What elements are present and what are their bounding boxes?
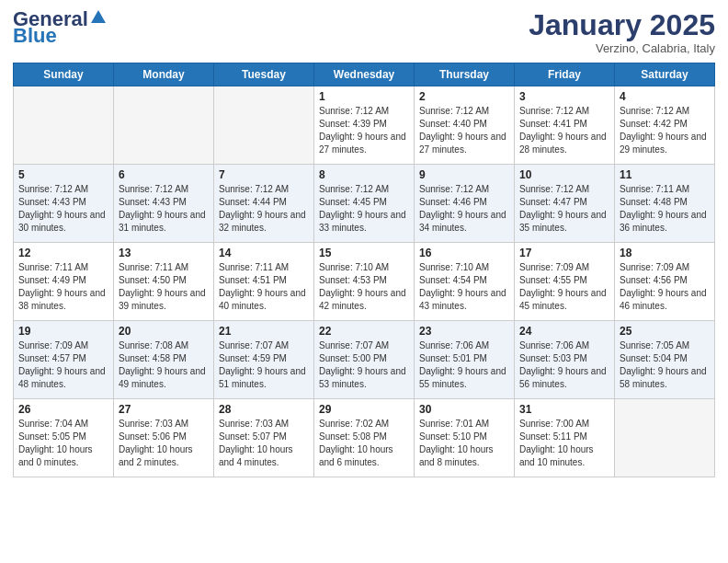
table-row: 17Sunrise: 7:09 AM Sunset: 4:55 PM Dayli…	[515, 243, 615, 321]
day-number: 8	[319, 168, 409, 181]
table-row: 18Sunrise: 7:09 AM Sunset: 4:56 PM Dayli…	[615, 243, 715, 321]
day-info: Sunrise: 7:12 AM Sunset: 4:40 PM Dayligh…	[419, 105, 509, 156]
table-row: 30Sunrise: 7:01 AM Sunset: 5:10 PM Dayli…	[415, 399, 515, 477]
table-row	[14, 86, 114, 165]
day-number: 4	[620, 90, 710, 103]
col-tuesday: Tuesday	[214, 63, 314, 86]
table-row: 15Sunrise: 7:10 AM Sunset: 4:53 PM Dayli…	[314, 243, 415, 321]
location-subtitle: Verzino, Calabria, Italy	[529, 41, 715, 55]
table-row: 11Sunrise: 7:11 AM Sunset: 4:48 PM Dayli…	[615, 165, 715, 243]
day-info: Sunrise: 7:12 AM Sunset: 4:45 PM Dayligh…	[319, 183, 409, 235]
day-info: Sunrise: 7:11 AM Sunset: 4:49 PM Dayligh…	[18, 261, 108, 313]
day-number: 13	[119, 247, 209, 259]
day-info: Sunrise: 7:07 AM Sunset: 5:00 PM Dayligh…	[319, 339, 409, 391]
day-number: 29	[319, 403, 409, 416]
day-info: Sunrise: 7:09 AM Sunset: 4:56 PM Dayligh…	[620, 261, 710, 313]
day-info: Sunrise: 7:12 AM Sunset: 4:44 PM Dayligh…	[219, 183, 309, 235]
day-number: 2	[419, 90, 509, 103]
calendar-week-row: 1Sunrise: 7:12 AM Sunset: 4:39 PM Daylig…	[14, 86, 715, 165]
day-info: Sunrise: 7:06 AM Sunset: 5:03 PM Dayligh…	[519, 339, 609, 391]
day-info: Sunrise: 7:11 AM Sunset: 4:50 PM Dayligh…	[119, 261, 209, 313]
day-number: 24	[519, 325, 609, 338]
day-info: Sunrise: 7:07 AM Sunset: 4:59 PM Dayligh…	[219, 339, 309, 391]
day-info: Sunrise: 7:12 AM Sunset: 4:41 PM Dayligh…	[519, 105, 609, 156]
day-number: 15	[319, 247, 409, 259]
day-info: Sunrise: 7:10 AM Sunset: 4:53 PM Dayligh…	[319, 261, 409, 313]
table-row: 8Sunrise: 7:12 AM Sunset: 4:45 PM Daylig…	[314, 165, 415, 243]
day-number: 14	[219, 247, 309, 259]
table-row: 7Sunrise: 7:12 AM Sunset: 4:44 PM Daylig…	[214, 165, 314, 243]
calendar-week-row: 12Sunrise: 7:11 AM Sunset: 4:49 PM Dayli…	[14, 243, 715, 321]
table-row: 12Sunrise: 7:11 AM Sunset: 4:49 PM Dayli…	[14, 243, 114, 321]
table-row: 21Sunrise: 7:07 AM Sunset: 4:59 PM Dayli…	[214, 321, 314, 399]
day-number: 26	[18, 403, 108, 416]
table-row: 28Sunrise: 7:03 AM Sunset: 5:07 PM Dayli…	[214, 399, 314, 477]
table-row: 24Sunrise: 7:06 AM Sunset: 5:03 PM Dayli…	[515, 321, 615, 399]
day-number: 22	[319, 325, 409, 338]
table-row: 29Sunrise: 7:02 AM Sunset: 5:08 PM Dayli…	[314, 399, 415, 477]
calendar-week-row: 5Sunrise: 7:12 AM Sunset: 4:43 PM Daylig…	[14, 165, 715, 243]
day-number: 20	[119, 325, 209, 338]
table-row: 19Sunrise: 7:09 AM Sunset: 4:57 PM Dayli…	[14, 321, 114, 399]
day-info: Sunrise: 7:12 AM Sunset: 4:42 PM Dayligh…	[620, 105, 710, 156]
day-info: Sunrise: 7:03 AM Sunset: 5:07 PM Dayligh…	[219, 418, 309, 469]
day-number: 30	[419, 403, 509, 416]
day-info: Sunrise: 7:09 AM Sunset: 4:55 PM Dayligh…	[519, 261, 609, 313]
col-monday: Monday	[114, 63, 214, 86]
day-info: Sunrise: 7:03 AM Sunset: 5:06 PM Dayligh…	[119, 418, 209, 469]
table-row: 6Sunrise: 7:12 AM Sunset: 4:43 PM Daylig…	[114, 165, 214, 243]
header: General Blue January 2025 Verzino, Calab…	[13, 9, 715, 55]
day-number: 3	[519, 90, 609, 103]
day-number: 23	[419, 325, 509, 338]
table-row: 2Sunrise: 7:12 AM Sunset: 4:40 PM Daylig…	[415, 86, 515, 165]
day-info: Sunrise: 7:02 AM Sunset: 5:08 PM Dayligh…	[319, 418, 409, 469]
day-number: 17	[519, 247, 609, 259]
day-info: Sunrise: 7:04 AM Sunset: 5:05 PM Dayligh…	[18, 418, 108, 469]
table-row: 9Sunrise: 7:12 AM Sunset: 4:46 PM Daylig…	[415, 165, 515, 243]
col-wednesday: Wednesday	[314, 63, 415, 86]
day-number: 5	[18, 168, 108, 181]
table-row: 14Sunrise: 7:11 AM Sunset: 4:51 PM Dayli…	[214, 243, 314, 321]
col-sunday: Sunday	[14, 63, 114, 86]
day-number: 6	[119, 168, 209, 181]
table-row	[214, 86, 314, 165]
table-row: 20Sunrise: 7:08 AM Sunset: 4:58 PM Dayli…	[114, 321, 214, 399]
day-number: 27	[119, 403, 209, 416]
calendar-week-row: 26Sunrise: 7:04 AM Sunset: 5:05 PM Dayli…	[14, 399, 715, 477]
day-info: Sunrise: 7:12 AM Sunset: 4:47 PM Dayligh…	[519, 183, 609, 235]
table-row	[114, 86, 214, 165]
day-number: 28	[219, 403, 309, 416]
table-row: 31Sunrise: 7:00 AM Sunset: 5:11 PM Dayli…	[515, 399, 615, 477]
month-title: January 2025	[529, 9, 715, 41]
calendar-week-row: 19Sunrise: 7:09 AM Sunset: 4:57 PM Dayli…	[14, 321, 715, 399]
day-info: Sunrise: 7:01 AM Sunset: 5:10 PM Dayligh…	[419, 418, 509, 469]
day-number: 31	[519, 403, 609, 416]
day-number: 16	[419, 247, 509, 259]
day-info: Sunrise: 7:05 AM Sunset: 5:04 PM Dayligh…	[620, 339, 710, 391]
table-row: 22Sunrise: 7:07 AM Sunset: 5:00 PM Dayli…	[314, 321, 415, 399]
table-row	[615, 399, 715, 477]
day-info: Sunrise: 7:11 AM Sunset: 4:48 PM Dayligh…	[620, 183, 710, 235]
table-row: 16Sunrise: 7:10 AM Sunset: 4:54 PM Dayli…	[415, 243, 515, 321]
day-number: 21	[219, 325, 309, 338]
day-number: 7	[219, 168, 309, 181]
day-number: 18	[620, 247, 710, 259]
calendar-header-row: Sunday Monday Tuesday Wednesday Thursday…	[14, 63, 715, 86]
page-container: General Blue January 2025 Verzino, Calab…	[0, 0, 728, 485]
day-number: 19	[18, 325, 108, 338]
day-info: Sunrise: 7:06 AM Sunset: 5:01 PM Dayligh…	[419, 339, 509, 391]
day-number: 12	[18, 247, 108, 259]
day-number: 11	[620, 168, 710, 181]
day-info: Sunrise: 7:12 AM Sunset: 4:43 PM Dayligh…	[119, 183, 209, 235]
day-number: 10	[519, 168, 609, 181]
day-info: Sunrise: 7:12 AM Sunset: 4:43 PM Dayligh…	[18, 183, 108, 235]
logo: General Blue	[13, 9, 108, 46]
day-info: Sunrise: 7:00 AM Sunset: 5:11 PM Dayligh…	[519, 418, 609, 469]
table-row: 23Sunrise: 7:06 AM Sunset: 5:01 PM Dayli…	[415, 321, 515, 399]
day-info: Sunrise: 7:09 AM Sunset: 4:57 PM Dayligh…	[18, 339, 108, 391]
day-info: Sunrise: 7:12 AM Sunset: 4:46 PM Dayligh…	[419, 183, 509, 235]
title-block: January 2025 Verzino, Calabria, Italy	[529, 9, 715, 55]
day-info: Sunrise: 7:11 AM Sunset: 4:51 PM Dayligh…	[219, 261, 309, 313]
day-number: 9	[419, 168, 509, 181]
logo-icon	[89, 6, 108, 25]
